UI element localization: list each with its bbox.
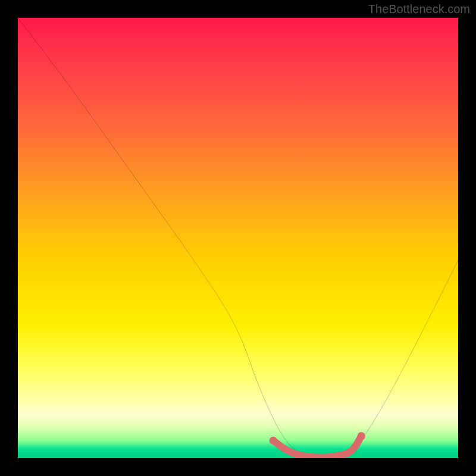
- watermark-text: TheBottleneck.com: [368, 2, 470, 16]
- highlight-dot-start: [270, 437, 277, 444]
- bottleneck-chart: [18, 18, 458, 458]
- highlight-dot-end: [358, 432, 365, 440]
- bottleneck-curve-line: [18, 18, 458, 457]
- chart-plot-area: [18, 18, 458, 458]
- optimal-range-highlight: [273, 436, 361, 458]
